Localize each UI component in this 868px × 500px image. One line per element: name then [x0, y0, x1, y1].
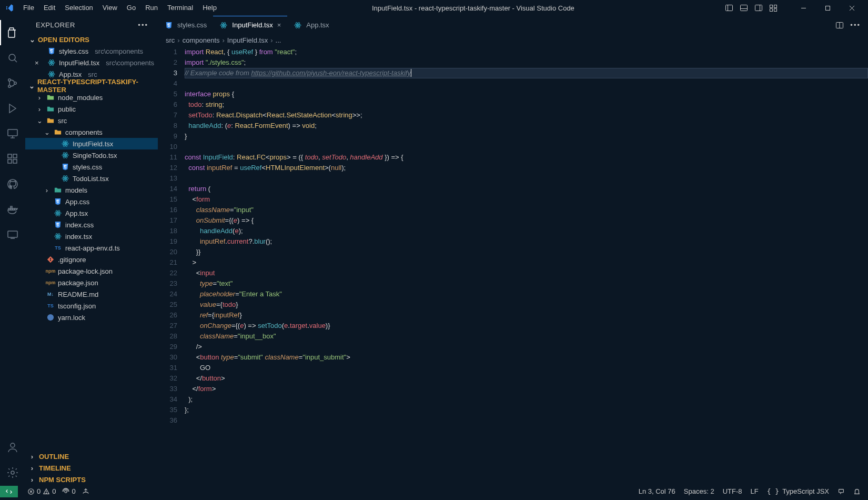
- file-item[interactable]: yarn.lock: [25, 312, 158, 323]
- chevron-icon: ›: [28, 476, 36, 484]
- folder-item[interactable]: ⌄src: [25, 115, 158, 126]
- folder-icon: [46, 105, 55, 113]
- menu-help[interactable]: Help: [198, 0, 221, 16]
- close-button[interactable]: [840, 0, 864, 16]
- folder-item[interactable]: ›public: [25, 103, 158, 115]
- encoding-status[interactable]: UTF-8: [723, 487, 742, 495]
- menu-edit[interactable]: Edit: [39, 0, 60, 16]
- file-item[interactable]: index.tsx: [25, 231, 158, 242]
- panel-left-icon[interactable]: [725, 4, 733, 12]
- remote-window-icon[interactable]: [0, 222, 25, 247]
- cursor-position[interactable]: Ln 3, Col 76: [639, 487, 675, 495]
- item-label: README.md: [58, 291, 98, 298]
- eol-status[interactable]: LF: [750, 487, 758, 495]
- file-item[interactable]: TSreact-app-env.d.ts: [25, 242, 158, 254]
- search-icon[interactable]: [0, 45, 25, 71]
- language-status[interactable]: { }TypeScript JSX: [767, 487, 829, 495]
- css-file-icon: [165, 22, 173, 29]
- file-item[interactable]: index.css: [25, 219, 158, 231]
- run-debug-icon[interactable]: [0, 96, 25, 121]
- section-npm-scripts[interactable]: ›NPM SCRIPTS: [25, 474, 158, 485]
- remote-explorer-icon[interactable]: [0, 121, 25, 146]
- panel-bottom-icon[interactable]: [740, 4, 748, 12]
- file-item[interactable]: .gitignore: [25, 254, 158, 265]
- more-icon[interactable]: •••: [138, 21, 148, 29]
- section-outline[interactable]: ›OUTLINE: [25, 451, 158, 462]
- source-control-icon[interactable]: [0, 71, 25, 96]
- minimize-button[interactable]: [791, 0, 815, 16]
- file-item[interactable]: SingleTodo.tsx: [25, 149, 158, 161]
- svg-rect-2: [741, 5, 748, 11]
- remote-indicator[interactable]: [0, 486, 18, 497]
- breadcrumb[interactable]: src›components›InputField.tsx›...: [158, 34, 868, 46]
- explorer-icon[interactable]: [0, 20, 25, 45]
- tab-label: InputField.tsx: [232, 21, 272, 29]
- folder-icon: [54, 128, 62, 136]
- file-item[interactable]: App.tsx: [25, 207, 158, 219]
- breadcrumb-segment[interactable]: src: [166, 36, 175, 44]
- code-content[interactable]: import React, { useRef } from "react";im…: [185, 46, 868, 485]
- menu-file[interactable]: File: [18, 0, 39, 16]
- breadcrumb-segment[interactable]: ...: [276, 36, 281, 44]
- docker-icon[interactable]: [0, 197, 25, 222]
- react-file-icon: [61, 152, 69, 159]
- menu-terminal[interactable]: Terminal: [163, 0, 198, 16]
- open-editor-item[interactable]: styles.csssrc\components: [25, 45, 158, 57]
- file-item[interactable]: InputField.tsx: [25, 138, 158, 149]
- ts-file-icon: TS: [46, 303, 55, 308]
- open-editor-item[interactable]: ×InputField.tsxsrc\components: [25, 57, 158, 68]
- folder-item[interactable]: ›node_modules: [25, 92, 158, 103]
- tab-styles-css[interactable]: styles.css: [158, 16, 213, 34]
- split-editor-icon[interactable]: [835, 21, 844, 29]
- account-icon[interactable]: [0, 435, 25, 460]
- item-label: App.css: [65, 198, 89, 206]
- file-item[interactable]: npmpackage.json: [25, 277, 158, 288]
- file-name: styles.css: [59, 47, 88, 55]
- ports-status[interactable]: 0: [62, 487, 75, 495]
- file-item[interactable]: TStsconfig.json: [25, 300, 158, 312]
- menu-view[interactable]: View: [98, 0, 122, 16]
- layout-grid-icon[interactable]: [769, 4, 778, 12]
- project-header[interactable]: ⌄REACT-TYPESCRIPT-TASKIFY-MASTER: [25, 80, 158, 92]
- tab-close-icon[interactable]: ×: [277, 21, 281, 29]
- item-label: node_modules: [58, 94, 103, 102]
- file-item[interactable]: TodoList.tsx: [25, 173, 158, 184]
- file-item[interactable]: npmpackage-lock.json: [25, 265, 158, 277]
- settings-gear-icon[interactable]: [0, 460, 25, 485]
- more-icon[interactable]: •••: [850, 21, 861, 29]
- menu-selection[interactable]: Selection: [60, 0, 97, 16]
- svg-point-49: [65, 155, 66, 156]
- folder-item[interactable]: ⌄components: [25, 126, 158, 138]
- section-timeline[interactable]: ›TIMELINE: [25, 462, 158, 474]
- close-editor-icon[interactable]: ×: [35, 59, 43, 67]
- tab-App-tsx[interactable]: App.tsx: [287, 16, 335, 34]
- code-area[interactable]: 1234567891011121314151617181920212223242…: [158, 46, 868, 485]
- maximize-button[interactable]: [815, 0, 840, 16]
- breadcrumb-segment[interactable]: components: [183, 36, 220, 44]
- menu-run[interactable]: Run: [140, 0, 163, 16]
- file-item[interactable]: styles.css: [25, 161, 158, 173]
- chevron-icon: ›: [43, 186, 51, 194]
- gitlens-icon[interactable]: [0, 172, 25, 197]
- problems-status[interactable]: 0 0: [27, 487, 56, 495]
- svg-line-16: [15, 60, 17, 63]
- css-file-icon: [47, 47, 56, 55]
- breadcrumb-segment[interactable]: InputField.tsx: [227, 36, 268, 44]
- feedback-icon[interactable]: [837, 488, 845, 495]
- indent-status[interactable]: Spaces: 2: [684, 487, 714, 495]
- extensions-icon[interactable]: [0, 146, 25, 172]
- item-label: index.tsx: [65, 233, 92, 241]
- folder-item[interactable]: ›models: [25, 184, 158, 196]
- svg-rect-26: [13, 154, 17, 158]
- activity-bar: [0, 16, 25, 485]
- live-share-icon[interactable]: [82, 488, 89, 495]
- tab-InputField-tsx[interactable]: InputField.tsx×: [213, 16, 287, 34]
- menu-go[interactable]: Go: [122, 0, 140, 16]
- chevron-icon: ›: [36, 94, 43, 102]
- notifications-icon[interactable]: [853, 488, 861, 495]
- file-item[interactable]: M↓README.md: [25, 288, 158, 300]
- file-item[interactable]: App.css: [25, 196, 158, 207]
- svg-point-37: [51, 62, 52, 63]
- panel-right-icon[interactable]: [754, 4, 763, 12]
- open-editors-header[interactable]: ⌄OPEN EDITORS: [25, 34, 158, 45]
